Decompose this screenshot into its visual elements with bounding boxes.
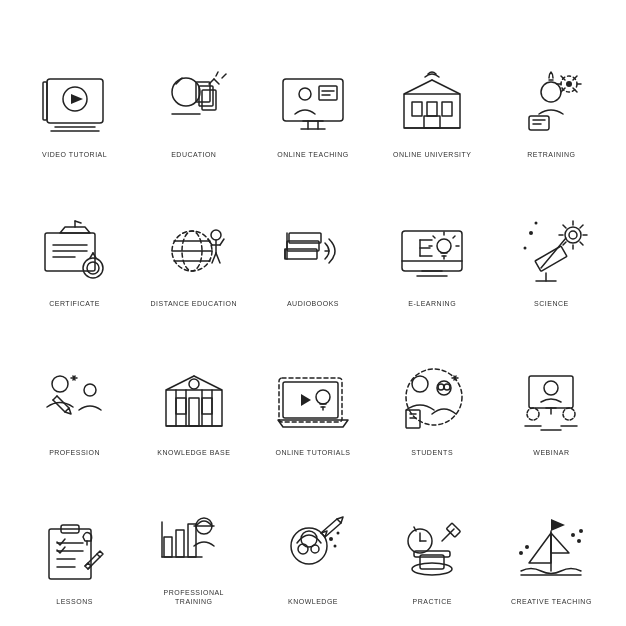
audiobooks-icon bbox=[273, 213, 353, 293]
svg-line-68 bbox=[220, 239, 224, 245]
svg-point-182 bbox=[298, 544, 308, 554]
svg-point-53 bbox=[83, 258, 103, 278]
icon-cell-knowledge-base: KNOWLEDGE BASE bbox=[139, 318, 248, 457]
svg-point-185 bbox=[336, 531, 339, 534]
svg-rect-139 bbox=[406, 410, 420, 428]
svg-line-105 bbox=[563, 242, 566, 245]
audiobooks-label: AUDIOBOOKS bbox=[287, 299, 339, 308]
svg-point-62 bbox=[211, 230, 221, 240]
education-label: EDUCATION bbox=[171, 150, 216, 159]
svg-point-143 bbox=[444, 384, 450, 390]
practice-icon bbox=[392, 511, 472, 591]
icon-grid: VIDEO TUTORIAL EDUCATION bbox=[0, 0, 626, 626]
svg-point-205 bbox=[519, 551, 523, 555]
svg-line-30 bbox=[432, 80, 460, 94]
svg-rect-93 bbox=[535, 246, 567, 271]
svg-marker-114 bbox=[65, 408, 71, 414]
svg-marker-198 bbox=[551, 533, 569, 553]
online-university-label: ONLINE UNIVERSITY bbox=[393, 150, 472, 159]
icon-cell-profession: PROFESSION bbox=[20, 318, 129, 457]
icon-cell-practice: PRACTICE bbox=[378, 467, 487, 606]
icon-cell-retraining: RETRAINING bbox=[497, 20, 606, 159]
retraining-label: RETRAINING bbox=[527, 150, 575, 159]
svg-line-65 bbox=[212, 253, 216, 263]
svg-rect-42 bbox=[529, 116, 549, 130]
svg-marker-50 bbox=[60, 227, 90, 233]
svg-point-204 bbox=[525, 545, 529, 549]
svg-rect-171 bbox=[164, 537, 172, 557]
svg-marker-166 bbox=[85, 563, 91, 569]
icon-cell-video-tutorial: VIDEO TUTORIAL bbox=[20, 20, 129, 159]
certificate-label: CERTIFICATE bbox=[49, 299, 100, 308]
knowledge-base-label: KNOWLEDGE BASE bbox=[157, 448, 230, 457]
icon-cell-distance-education: DISTANCE EDUCATION bbox=[139, 169, 248, 308]
knowledge-label: KNOWLEDGE bbox=[288, 597, 338, 606]
education-icon bbox=[154, 64, 234, 144]
svg-point-184 bbox=[329, 537, 333, 541]
icon-cell-lessons: LESSONS bbox=[20, 467, 129, 606]
svg-point-132 bbox=[316, 390, 330, 404]
svg-rect-9 bbox=[199, 86, 213, 106]
icon-cell-science: SCIENCE bbox=[497, 169, 606, 308]
svg-point-152 bbox=[563, 408, 575, 420]
lessons-label: LESSONS bbox=[56, 597, 93, 606]
svg-line-15 bbox=[222, 74, 226, 78]
icon-cell-certificate: CERTIFICATE bbox=[20, 169, 129, 308]
svg-point-106 bbox=[529, 231, 533, 235]
svg-line-104 bbox=[580, 225, 583, 228]
svg-line-102 bbox=[563, 225, 566, 228]
svg-rect-173 bbox=[188, 524, 196, 557]
svg-line-13 bbox=[214, 79, 219, 84]
svg-line-67 bbox=[208, 239, 212, 245]
distance-education-label: DISTANCE EDUCATION bbox=[151, 299, 238, 308]
online-tutorials-icon bbox=[273, 362, 353, 442]
online-university-icon bbox=[392, 64, 472, 144]
students-label: STUDENTS bbox=[411, 448, 453, 457]
science-icon bbox=[511, 213, 591, 293]
retraining-icon bbox=[511, 64, 591, 144]
svg-point-108 bbox=[535, 221, 538, 224]
svg-rect-124 bbox=[202, 398, 212, 414]
svg-line-88 bbox=[453, 236, 455, 238]
icon-cell-creative-teaching: CREATIVE TEACHING bbox=[497, 467, 606, 606]
svg-marker-197 bbox=[529, 533, 551, 563]
svg-marker-3 bbox=[71, 94, 83, 104]
svg-rect-158 bbox=[49, 529, 91, 579]
svg-point-183 bbox=[311, 545, 319, 553]
icon-cell-online-teaching: ONLINE TEACHING bbox=[258, 20, 367, 159]
svg-line-103 bbox=[580, 242, 583, 245]
svg-point-21 bbox=[299, 88, 311, 100]
svg-point-97 bbox=[569, 231, 577, 239]
svg-line-179 bbox=[325, 523, 341, 537]
svg-point-186 bbox=[333, 544, 336, 547]
profession-label: PROFESSION bbox=[49, 448, 100, 457]
svg-rect-22 bbox=[319, 86, 337, 100]
svg-rect-32 bbox=[424, 116, 440, 128]
svg-rect-172 bbox=[176, 530, 184, 557]
icon-cell-webinar: WEBINAR bbox=[497, 318, 606, 457]
lessons-icon bbox=[35, 511, 115, 591]
svg-point-83 bbox=[437, 239, 451, 253]
e-learning-icon bbox=[392, 213, 472, 293]
profession-icon bbox=[35, 362, 115, 442]
distance-education-icon bbox=[154, 213, 234, 293]
online-teaching-icon bbox=[273, 64, 353, 144]
svg-rect-26 bbox=[412, 102, 422, 116]
svg-point-41 bbox=[566, 81, 572, 87]
svg-line-55 bbox=[90, 253, 93, 258]
svg-rect-118 bbox=[166, 390, 222, 426]
professional-training-label: PROFESSIONAL TRAINING bbox=[149, 588, 239, 606]
icon-cell-professional-training: PROFESSIONAL TRAINING bbox=[139, 467, 248, 606]
svg-point-129 bbox=[189, 379, 199, 389]
science-label: SCIENCE bbox=[534, 299, 569, 308]
svg-marker-181 bbox=[337, 517, 343, 523]
online-teaching-label: ONLINE TEACHING bbox=[277, 150, 349, 159]
svg-rect-123 bbox=[189, 398, 199, 426]
svg-point-107 bbox=[524, 246, 527, 249]
certificate-icon bbox=[35, 213, 115, 293]
svg-line-29 bbox=[404, 80, 432, 94]
icon-cell-students: STUDENTS bbox=[378, 318, 487, 457]
svg-point-109 bbox=[52, 376, 68, 392]
svg-point-201 bbox=[571, 533, 575, 537]
students-icon bbox=[392, 362, 472, 442]
